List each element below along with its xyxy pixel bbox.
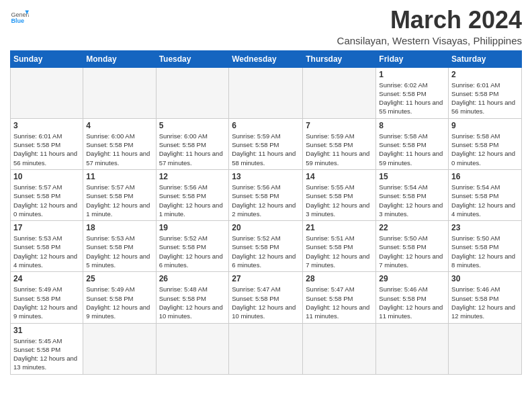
calendar-cell: 20Sunrise: 5:52 AM Sunset: 5:58 PM Dayli… [229, 221, 303, 272]
day-number: 26 [159, 274, 226, 283]
day-info: Sunrise: 5:55 AM Sunset: 5:58 PM Dayligh… [306, 183, 373, 218]
calendar-cell: 8Sunrise: 5:58 AM Sunset: 5:58 PM Daylig… [376, 118, 449, 169]
calendar-cell [83, 67, 156, 118]
day-info: Sunrise: 5:52 AM Sunset: 5:58 PM Dayligh… [159, 234, 226, 269]
calendar-cell: 14Sunrise: 5:55 AM Sunset: 5:58 PM Dayli… [303, 169, 376, 220]
logo-icon: General Blue [10, 7, 29, 26]
calendar-week-row: 31Sunrise: 5:45 AM Sunset: 5:58 PM Dayli… [11, 323, 522, 374]
day-number: 8 [379, 121, 445, 130]
calendar-cell [449, 323, 522, 374]
calendar-cell: 6Sunrise: 5:59 AM Sunset: 5:58 PM Daylig… [229, 118, 303, 169]
day-info: Sunrise: 6:01 AM Sunset: 5:58 PM Dayligh… [13, 132, 80, 167]
calendar-cell: 15Sunrise: 5:54 AM Sunset: 5:58 PM Dayli… [376, 169, 449, 220]
calendar-cell [83, 323, 156, 374]
calendar-cell [376, 323, 449, 374]
day-number: 13 [232, 172, 300, 181]
calendar-header-monday: Monday [83, 50, 156, 67]
day-number: 17 [13, 223, 80, 232]
day-info: Sunrise: 5:53 AM Sunset: 5:58 PM Dayligh… [86, 234, 152, 269]
day-info: Sunrise: 5:50 AM Sunset: 5:58 PM Dayligh… [451, 234, 519, 269]
day-info: Sunrise: 5:52 AM Sunset: 5:58 PM Dayligh… [232, 234, 300, 269]
day-info: Sunrise: 5:46 AM Sunset: 5:58 PM Dayligh… [379, 285, 445, 320]
calendar-cell: 18Sunrise: 5:53 AM Sunset: 5:58 PM Dayli… [83, 221, 156, 272]
calendar-cell [303, 323, 376, 374]
subtitle: Cansilayan, Western Visayas, Philippines [337, 35, 522, 46]
day-info: Sunrise: 5:47 AM Sunset: 5:58 PM Dayligh… [232, 285, 300, 320]
day-number: 14 [306, 172, 373, 181]
calendar-week-row: 1Sunrise: 6:02 AM Sunset: 5:58 PM Daylig… [11, 67, 522, 118]
day-number: 4 [86, 121, 152, 130]
calendar-cell: 16Sunrise: 5:54 AM Sunset: 5:58 PM Dayli… [449, 169, 522, 220]
calendar-cell: 31Sunrise: 5:45 AM Sunset: 5:58 PM Dayli… [11, 323, 83, 374]
calendar-cell: 21Sunrise: 5:51 AM Sunset: 5:58 PM Dayli… [303, 221, 376, 272]
day-number: 18 [86, 223, 152, 232]
calendar-cell: 11Sunrise: 5:57 AM Sunset: 5:58 PM Dayli… [83, 169, 156, 220]
calendar-week-row: 10Sunrise: 5:57 AM Sunset: 5:58 PM Dayli… [11, 169, 522, 220]
day-info: Sunrise: 5:56 AM Sunset: 5:58 PM Dayligh… [159, 183, 226, 218]
calendar-cell [229, 323, 303, 374]
day-number: 11 [86, 172, 152, 181]
day-info: Sunrise: 5:56 AM Sunset: 5:58 PM Dayligh… [232, 183, 300, 218]
day-info: Sunrise: 5:54 AM Sunset: 5:58 PM Dayligh… [451, 183, 519, 218]
calendar-cell: 30Sunrise: 5:46 AM Sunset: 5:58 PM Dayli… [449, 272, 522, 323]
calendar-header-thursday: Thursday [303, 50, 376, 67]
day-number: 21 [306, 223, 373, 232]
calendar-cell [303, 67, 376, 118]
calendar-cell: 9Sunrise: 5:58 AM Sunset: 5:58 PM Daylig… [449, 118, 522, 169]
calendar-cell: 25Sunrise: 5:49 AM Sunset: 5:58 PM Dayli… [83, 272, 156, 323]
calendar-cell: 27Sunrise: 5:47 AM Sunset: 5:58 PM Dayli… [229, 272, 303, 323]
calendar: SundayMondayTuesdayWednesdayThursdayFrid… [10, 50, 522, 375]
day-number: 1 [379, 70, 445, 79]
day-number: 16 [451, 172, 519, 181]
calendar-week-row: 3Sunrise: 6:01 AM Sunset: 5:58 PM Daylig… [11, 118, 522, 169]
day-number: 6 [232, 121, 300, 130]
day-number: 31 [13, 326, 80, 335]
day-number: 3 [13, 121, 80, 130]
day-info: Sunrise: 5:58 AM Sunset: 5:58 PM Dayligh… [379, 132, 445, 167]
calendar-cell: 24Sunrise: 5:49 AM Sunset: 5:58 PM Dayli… [11, 272, 83, 323]
calendar-cell: 7Sunrise: 5:59 AM Sunset: 5:58 PM Daylig… [303, 118, 376, 169]
calendar-cell [156, 323, 229, 374]
calendar-cell: 13Sunrise: 5:56 AM Sunset: 5:58 PM Dayli… [229, 169, 303, 220]
day-number: 28 [306, 274, 373, 283]
day-number: 9 [451, 121, 519, 130]
calendar-cell: 19Sunrise: 5:52 AM Sunset: 5:58 PM Dayli… [156, 221, 229, 272]
day-info: Sunrise: 5:50 AM Sunset: 5:58 PM Dayligh… [379, 234, 445, 269]
day-number: 7 [306, 121, 373, 130]
day-number: 2 [451, 70, 519, 79]
calendar-cell: 3Sunrise: 6:01 AM Sunset: 5:58 PM Daylig… [11, 118, 83, 169]
calendar-header-tuesday: Tuesday [156, 50, 229, 67]
svg-text:Blue: Blue [11, 17, 24, 24]
calendar-header-sunday: Sunday [11, 50, 83, 67]
day-info: Sunrise: 5:54 AM Sunset: 5:58 PM Dayligh… [379, 183, 445, 218]
day-number: 10 [13, 172, 80, 181]
day-number: 20 [232, 223, 300, 232]
day-number: 22 [379, 223, 445, 232]
calendar-cell [156, 67, 229, 118]
calendar-cell: 17Sunrise: 5:53 AM Sunset: 5:58 PM Dayli… [11, 221, 83, 272]
day-number: 25 [86, 274, 152, 283]
calendar-cell: 10Sunrise: 5:57 AM Sunset: 5:58 PM Dayli… [11, 169, 83, 220]
day-number: 23 [451, 223, 519, 232]
day-number: 27 [232, 274, 300, 283]
day-info: Sunrise: 5:57 AM Sunset: 5:58 PM Dayligh… [86, 183, 152, 218]
day-info: Sunrise: 6:01 AM Sunset: 5:58 PM Dayligh… [451, 81, 519, 116]
day-info: Sunrise: 6:00 AM Sunset: 5:58 PM Dayligh… [86, 132, 152, 167]
calendar-header-row: SundayMondayTuesdayWednesdayThursdayFrid… [11, 50, 522, 67]
day-number: 29 [379, 274, 445, 283]
day-info: Sunrise: 5:51 AM Sunset: 5:58 PM Dayligh… [306, 234, 373, 269]
day-info: Sunrise: 5:59 AM Sunset: 5:58 PM Dayligh… [306, 132, 373, 167]
day-info: Sunrise: 5:58 AM Sunset: 5:58 PM Dayligh… [451, 132, 519, 167]
day-info: Sunrise: 5:49 AM Sunset: 5:58 PM Dayligh… [86, 285, 152, 320]
calendar-cell: 29Sunrise: 5:46 AM Sunset: 5:58 PM Dayli… [376, 272, 449, 323]
day-info: Sunrise: 5:59 AM Sunset: 5:58 PM Dayligh… [232, 132, 300, 167]
day-number: 19 [159, 223, 226, 232]
title-area: March 2024 Cansilayan, Western Visayas, … [337, 7, 522, 46]
calendar-week-row: 24Sunrise: 5:49 AM Sunset: 5:58 PM Dayli… [11, 272, 522, 323]
header: General Blue March 2024 Cansilayan, West… [10, 7, 522, 46]
calendar-header-saturday: Saturday [449, 50, 522, 67]
calendar-cell: 28Sunrise: 5:47 AM Sunset: 5:58 PM Dayli… [303, 272, 376, 323]
calendar-cell: 26Sunrise: 5:48 AM Sunset: 5:58 PM Dayli… [156, 272, 229, 323]
day-number: 30 [451, 274, 519, 283]
calendar-cell [11, 67, 83, 118]
